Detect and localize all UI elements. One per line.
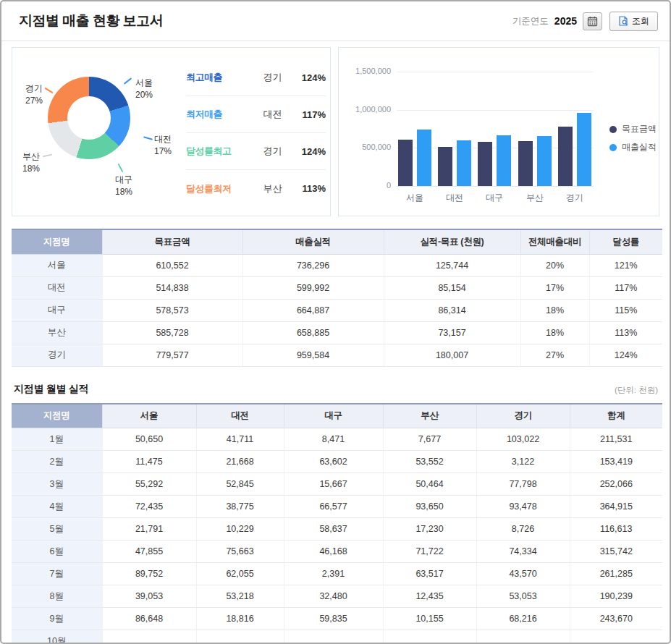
cell: 115%: [589, 299, 662, 321]
row-header: 대구: [12, 299, 102, 321]
cell: 15,667: [284, 473, 383, 496]
row-header: 경기: [12, 344, 102, 366]
donut-chart: [48, 77, 130, 159]
column-header: 달성률: [589, 229, 662, 254]
cell: 58,637: [284, 518, 383, 541]
cell: 50,650: [102, 428, 196, 451]
cell: 610,552: [102, 254, 242, 276]
gridline: [397, 72, 594, 72]
table-row: 7월89,75262,0552,39163,51743,570261,285: [12, 563, 662, 585]
stat-label: 최고매출: [186, 71, 250, 84]
cell: 18,816: [196, 608, 284, 630]
table-row: 8월39,05353,21832,48012,43553,053190,239: [12, 585, 662, 608]
stat-region: 경기: [250, 71, 295, 84]
table-row: 4월72,43538,77566,57793,65093,478364,915: [12, 496, 662, 518]
bar-목표금액-부산: [518, 141, 533, 186]
legend-dot-icon: [609, 144, 617, 151]
bar-매출실적-대구: [497, 135, 511, 186]
donut-leader-line: [43, 154, 52, 158]
table-row: 2월11,47521,66863,60253,5523,122153,419: [12, 451, 662, 473]
cell: 599,992: [242, 276, 384, 299]
stat-value: 117%: [295, 109, 326, 120]
cell: 585,728: [102, 321, 242, 344]
row-header: 8월: [12, 585, 102, 608]
cell: 93,478: [476, 496, 570, 518]
stats-list: 최고매출 경기 124% 최저매출 대전 117% 달성률최고 경기 124% …: [186, 59, 326, 207]
cell: 66,577: [284, 496, 383, 518]
row-header: 5월: [12, 518, 102, 541]
cell: 71,722: [383, 541, 476, 563]
calendar-button[interactable]: [583, 12, 602, 30]
cell: 180,007: [384, 344, 520, 366]
stat-label: 달성률최고: [186, 145, 250, 158]
cell: 77,798: [476, 473, 570, 496]
row-header: 서울: [12, 254, 102, 276]
stat-row-min-rate: 달성률최저 부산 113%: [186, 170, 326, 207]
cell: [284, 630, 383, 644]
x-axis-label: 부산: [515, 192, 554, 204]
y-axis-tick-label: 1,000,000: [339, 105, 391, 114]
cell: 664,887: [242, 299, 384, 321]
cell: 93,650: [383, 496, 476, 518]
cell: 190,239: [570, 585, 662, 608]
cell: 10,155: [383, 608, 476, 630]
stat-row-min-sales: 최저매출 대전 117%: [186, 96, 326, 133]
cell: [383, 630, 476, 644]
table-row: 3월55,29252,84515,66750,46477,798252,066: [12, 473, 662, 496]
cell: [102, 630, 196, 644]
bar-chart-panel: 1,500,0001,000,000500,0000서울대전대구부산경기목표금액…: [338, 47, 659, 216]
row-header: 대전: [12, 276, 102, 299]
cell: 63,602: [284, 451, 383, 473]
legend-label: 매출실적: [622, 141, 657, 153]
row-header: 부산: [12, 321, 102, 344]
table-row: 10월: [12, 630, 662, 644]
cell: 89,752: [102, 563, 196, 585]
x-axis-label: 경기: [555, 192, 594, 204]
table-header-row: 지점명서울대전대구부산경기합계: [12, 404, 662, 428]
bar-매출실적-경기: [577, 113, 591, 186]
cell: 8,471: [284, 428, 383, 451]
row-header: 6월: [12, 541, 102, 563]
bar-목표금액-대전: [438, 147, 452, 186]
cell: 2,391: [284, 563, 383, 585]
cell: 121%: [589, 254, 662, 276]
row-header: 1월: [12, 428, 102, 451]
stat-region: 대전: [250, 108, 295, 121]
report-page: 지점별 매출 현황 보고서 기준연도 2025: [0, 0, 671, 644]
cell: 53,218: [196, 585, 284, 608]
column-header: 매출실적: [242, 229, 384, 254]
donut-label-busan: 부산18%: [22, 151, 40, 175]
cell: 32,480: [284, 585, 383, 608]
search-button[interactable]: 조회: [609, 12, 658, 31]
table-row: 경기779,577959,584180,00727%124%: [12, 344, 662, 366]
cell: 17,230: [383, 518, 476, 541]
gridline: [397, 186, 594, 187]
donut-label-daegu: 대구18%: [115, 174, 132, 198]
stat-region: 부산: [250, 182, 295, 195]
bar-목표금액-서울: [398, 140, 413, 186]
cell: 50,464: [383, 473, 476, 496]
bar-목표금액-대구: [478, 142, 492, 186]
column-header: 지점명: [12, 404, 102, 428]
cell: 11,475: [102, 451, 196, 473]
column-header: 서울: [102, 404, 196, 428]
cell: 68,216: [476, 608, 570, 630]
row-header: 3월: [12, 473, 102, 496]
bar-목표금액-경기: [558, 127, 573, 186]
y-axis-tick-label: 500,000: [339, 143, 391, 151]
search-button-label: 조회: [632, 15, 649, 27]
cell: [196, 630, 284, 644]
cell: 103,022: [476, 428, 570, 451]
cell: 514,838: [102, 276, 242, 299]
y-axis-tick-label: 0: [339, 181, 391, 190]
table-row: 대전514,838599,99285,15417%117%: [12, 276, 662, 299]
bar-매출실적-부산: [537, 136, 552, 186]
column-header: 전체매출대비: [520, 229, 589, 254]
column-header: 대전: [196, 404, 284, 428]
document-search-icon: [618, 16, 628, 26]
stat-region: 경기: [250, 145, 295, 158]
monthly-section-title: 지점별 월별 실적: [14, 383, 88, 396]
donut-leader-line: [124, 77, 132, 85]
monthly-section-header: 지점별 월별 실적 (단위: 천원): [14, 383, 658, 396]
column-header: 경기: [476, 404, 570, 428]
